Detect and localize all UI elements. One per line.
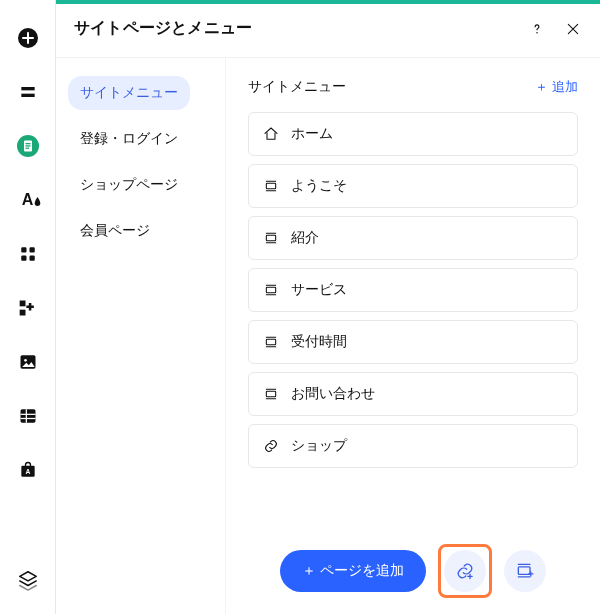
media-icon[interactable] — [16, 350, 40, 374]
svg-rect-6 — [25, 145, 30, 146]
section-icon — [263, 386, 279, 402]
panel-footer: ＋ ページを追加 — [248, 530, 578, 614]
add-section-button[interactable] — [504, 550, 546, 592]
page-label: サービス — [291, 281, 347, 299]
section-icon — [263, 230, 279, 246]
pages-icon[interactable] — [16, 134, 40, 158]
help-icon[interactable] — [528, 20, 546, 38]
section-icon[interactable] — [16, 80, 40, 104]
plugins-icon[interactable] — [16, 296, 40, 320]
apps-grid-icon[interactable] — [16, 242, 40, 266]
store-icon[interactable]: A — [16, 458, 40, 482]
svg-rect-26 — [266, 235, 275, 240]
data-icon[interactable] — [16, 404, 40, 428]
svg-point-15 — [24, 359, 27, 362]
section-icon — [263, 178, 279, 194]
svg-rect-10 — [21, 256, 26, 261]
svg-rect-38 — [518, 567, 530, 575]
page-list: ホーム ようこそ 紹介 サービス — [248, 112, 578, 468]
svg-rect-12 — [19, 301, 25, 307]
home-icon — [263, 126, 279, 142]
layers-icon[interactable] — [16, 568, 40, 592]
svg-rect-9 — [29, 247, 34, 252]
svg-rect-2 — [21, 94, 34, 97]
svg-rect-32 — [266, 339, 275, 344]
add-link-highlight — [438, 544, 492, 598]
section-icon — [263, 282, 279, 298]
svg-rect-29 — [266, 287, 275, 292]
content-area: サイトメニュー ＋ 追加 ホーム ようこそ 紹介 — [226, 58, 600, 614]
page-label: 受付時間 — [291, 333, 347, 351]
section-icon — [263, 334, 279, 350]
page-label: ホーム — [291, 125, 333, 143]
page-row-hours[interactable]: 受付時間 — [248, 320, 578, 364]
category-member-pages[interactable]: 会員ページ — [68, 214, 162, 248]
page-row-shop[interactable]: ショップ — [248, 424, 578, 468]
category-shop-pages[interactable]: ショップページ — [68, 168, 190, 202]
page-label: お問い合わせ — [291, 385, 375, 403]
link-icon — [263, 438, 279, 454]
svg-rect-5 — [25, 143, 30, 144]
svg-rect-35 — [266, 391, 275, 396]
svg-rect-23 — [266, 183, 275, 188]
close-icon[interactable] — [564, 20, 582, 38]
svg-point-22 — [536, 32, 538, 34]
page-label: ショップ — [291, 437, 347, 455]
svg-rect-7 — [25, 148, 29, 149]
page-row-home[interactable]: ホーム — [248, 112, 578, 156]
theme-icon[interactable]: A — [16, 188, 40, 212]
category-signup-login[interactable]: 登録・ログイン — [68, 122, 190, 156]
page-row-about[interactable]: 紹介 — [248, 216, 578, 260]
page-row-welcome[interactable]: ようこそ — [248, 164, 578, 208]
add-page-button[interactable]: ＋ ページを追加 — [280, 550, 426, 592]
section-title: サイトメニュー — [248, 78, 346, 96]
add-link-button[interactable] — [444, 550, 486, 592]
svg-rect-1 — [21, 87, 34, 90]
category-list: サイトメニュー 登録・ログイン ショップページ 会員ページ — [56, 58, 226, 614]
pages-panel: サイトページとメニュー サイトメニュー 登録・ログイン ショップページ 会員ペー… — [55, 0, 600, 614]
svg-rect-8 — [21, 247, 26, 252]
add-menu-item-link[interactable]: ＋ 追加 — [535, 78, 578, 96]
svg-rect-13 — [19, 310, 25, 316]
panel-title: サイトページとメニュー — [74, 18, 252, 39]
tool-rail: A A — [0, 0, 55, 614]
category-site-menu[interactable]: サイトメニュー — [68, 76, 190, 110]
svg-rect-11 — [29, 256, 34, 261]
panel-header: サイトページとメニュー — [56, 0, 600, 58]
page-label: 紹介 — [291, 229, 319, 247]
svg-text:A: A — [25, 468, 30, 475]
page-label: ようこそ — [291, 177, 347, 195]
page-row-contact[interactable]: お問い合わせ — [248, 372, 578, 416]
add-icon[interactable] — [16, 26, 40, 50]
svg-rect-16 — [20, 409, 35, 422]
page-row-services[interactable]: サービス — [248, 268, 578, 312]
